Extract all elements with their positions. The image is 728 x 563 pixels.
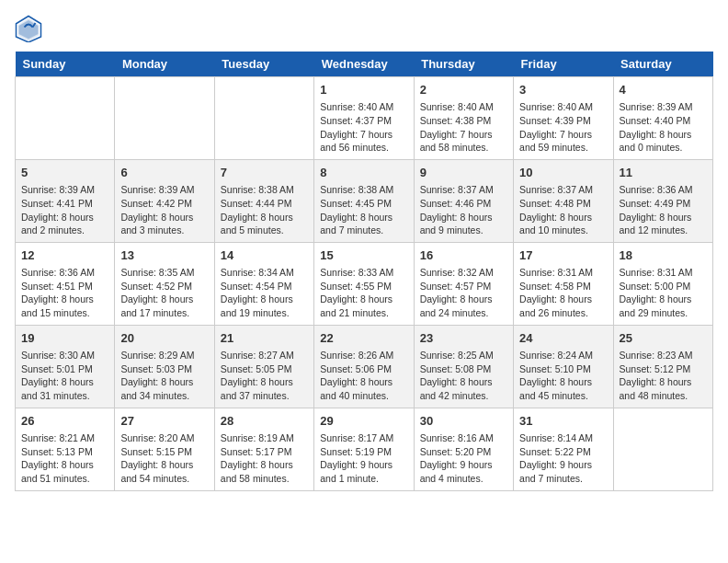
day-info: Sunset: 4:57 PM: [420, 280, 507, 293]
calendar-cell: 8Sunrise: 8:38 AMSunset: 4:45 PMDaylight…: [314, 159, 414, 242]
day-info: and 3 minutes.: [120, 224, 208, 237]
day-info: Daylight: 8 hours: [620, 128, 707, 142]
calendar-cell: 25Sunrise: 8:23 AMSunset: 5:12 PMDayligh…: [613, 325, 712, 408]
day-info: Daylight: 8 hours: [120, 211, 208, 224]
calendar-cell: 10Sunrise: 8:37 AMSunset: 4:48 PMDayligh…: [514, 159, 613, 242]
day-info: Sunrise: 8:38 AM: [221, 183, 308, 197]
day-info: Sunrise: 8:29 AM: [120, 349, 208, 362]
day-info: and 10 minutes.: [519, 224, 607, 237]
day-number: 2: [420, 82, 507, 98]
day-info: Sunrise: 8:19 AM: [221, 431, 308, 445]
day-info: Sunset: 5:17 PM: [221, 445, 308, 459]
day-info: Sunrise: 8:39 AM: [120, 183, 208, 197]
calendar-cell: 31Sunrise: 8:14 AMSunset: 5:22 PMDayligh…: [514, 408, 613, 490]
calendar-table: SundayMondayTuesdayWednesdayThursdayFrid…: [15, 52, 713, 491]
header-day-tuesday: Tuesday: [214, 52, 313, 77]
day-info: Sunrise: 8:40 AM: [519, 100, 607, 114]
calendar-header: SundayMondayTuesdayWednesdayThursdayFrid…: [16, 52, 713, 77]
day-info: Sunset: 4:58 PM: [519, 280, 607, 293]
day-info: Sunset: 5:01 PM: [21, 362, 108, 376]
day-number: 10: [519, 165, 607, 181]
day-info: and 37 minutes.: [221, 389, 308, 403]
day-info: Sunrise: 8:36 AM: [21, 266, 108, 280]
day-info: Daylight: 8 hours: [120, 293, 208, 306]
logo: [15, 15, 46, 42]
day-info: and 17 minutes.: [120, 306, 208, 320]
day-info: Sunrise: 8:39 AM: [21, 183, 108, 197]
day-info: Sunset: 5:13 PM: [21, 445, 108, 459]
day-info: Sunrise: 8:35 AM: [120, 266, 208, 280]
day-info: and 34 minutes.: [120, 389, 208, 403]
header-row: SundayMondayTuesdayWednesdayThursdayFrid…: [16, 52, 713, 77]
day-number: 31: [519, 413, 607, 430]
day-info: and 59 minutes.: [519, 141, 607, 155]
day-info: Daylight: 8 hours: [221, 293, 308, 306]
day-number: 1: [320, 82, 407, 98]
day-info: Sunrise: 8:26 AM: [320, 349, 407, 362]
calendar-cell: 1Sunrise: 8:40 AMSunset: 4:37 PMDaylight…: [314, 77, 414, 160]
calendar-cell: 4Sunrise: 8:39 AMSunset: 4:40 PMDaylight…: [613, 77, 712, 160]
calendar-cell: 7Sunrise: 8:38 AMSunset: 4:44 PMDaylight…: [214, 159, 313, 242]
day-info: Sunrise: 8:21 AM: [21, 431, 108, 445]
calendar-cell: 16Sunrise: 8:32 AMSunset: 4:57 PMDayligh…: [414, 242, 513, 325]
calendar-cell: 21Sunrise: 8:27 AMSunset: 5:05 PMDayligh…: [214, 325, 313, 408]
day-info: Sunset: 5:00 PM: [620, 280, 707, 293]
day-info: Sunrise: 8:40 AM: [420, 100, 507, 114]
day-number: 12: [21, 247, 108, 264]
calendar-cell: 20Sunrise: 8:29 AMSunset: 5:03 PMDayligh…: [115, 325, 214, 408]
day-info: Sunrise: 8:31 AM: [620, 266, 707, 280]
day-number: 27: [120, 413, 208, 430]
day-info: Sunset: 5:08 PM: [420, 362, 507, 376]
day-number: 18: [620, 247, 707, 264]
day-info: Sunset: 4:55 PM: [320, 280, 407, 293]
day-number: 20: [120, 330, 208, 347]
day-info: and 58 minutes.: [221, 472, 308, 486]
calendar-cell: [613, 408, 712, 490]
day-info: Sunset: 4:48 PM: [519, 197, 607, 211]
day-info: Sunset: 5:22 PM: [519, 445, 607, 459]
day-info: Daylight: 8 hours: [420, 293, 507, 306]
day-number: 8: [320, 165, 407, 181]
calendar-cell: 30Sunrise: 8:16 AMSunset: 5:20 PMDayligh…: [414, 408, 513, 490]
calendar-cell: 18Sunrise: 8:31 AMSunset: 5:00 PMDayligh…: [613, 242, 712, 325]
day-info: Daylight: 8 hours: [420, 211, 507, 224]
day-info: Sunrise: 8:37 AM: [420, 183, 507, 197]
day-info: Sunset: 5:06 PM: [320, 362, 407, 376]
day-info: Sunset: 4:40 PM: [620, 114, 707, 128]
week-row-4: 19Sunrise: 8:30 AMSunset: 5:01 PMDayligh…: [16, 325, 713, 408]
calendar-cell: 23Sunrise: 8:25 AMSunset: 5:08 PMDayligh…: [414, 325, 513, 408]
calendar-cell: [214, 77, 313, 160]
day-info: Daylight: 9 hours: [519, 458, 607, 472]
day-info: Sunset: 4:41 PM: [21, 197, 108, 211]
calendar-cell: [115, 77, 214, 160]
day-info: and 45 minutes.: [519, 389, 607, 403]
day-info: Daylight: 8 hours: [21, 375, 108, 389]
day-info: Daylight: 9 hours: [320, 458, 407, 472]
day-number: 3: [519, 82, 607, 98]
calendar-cell: 6Sunrise: 8:39 AMSunset: 4:42 PMDaylight…: [115, 159, 214, 242]
day-info: Daylight: 8 hours: [221, 458, 308, 472]
day-number: 7: [221, 165, 308, 181]
day-info: Sunset: 5:12 PM: [620, 362, 707, 376]
week-row-5: 26Sunrise: 8:21 AMSunset: 5:13 PMDayligh…: [16, 408, 713, 490]
calendar-cell: 3Sunrise: 8:40 AMSunset: 4:39 PMDaylight…: [514, 77, 613, 160]
page-header: [15, 15, 713, 42]
day-info: Sunrise: 8:32 AM: [420, 266, 507, 280]
day-info: Daylight: 8 hours: [221, 375, 308, 389]
day-info: Sunset: 4:44 PM: [221, 197, 308, 211]
day-info: Sunset: 4:54 PM: [221, 280, 308, 293]
day-info: Daylight: 8 hours: [320, 211, 407, 224]
day-info: Daylight: 8 hours: [620, 211, 707, 224]
day-number: 26: [21, 413, 108, 430]
header-day-thursday: Thursday: [414, 52, 513, 77]
day-number: 22: [320, 330, 407, 347]
day-number: 4: [620, 82, 707, 98]
day-info: and 29 minutes.: [620, 306, 707, 320]
header-day-monday: Monday: [115, 52, 214, 77]
day-info: Sunset: 4:42 PM: [120, 197, 208, 211]
day-info: Sunrise: 8:39 AM: [620, 100, 707, 114]
day-info: and 58 minutes.: [420, 141, 507, 155]
calendar-cell: 12Sunrise: 8:36 AMSunset: 4:51 PMDayligh…: [16, 242, 115, 325]
calendar-cell: 29Sunrise: 8:17 AMSunset: 5:19 PMDayligh…: [314, 408, 414, 490]
day-number: 11: [620, 165, 707, 181]
